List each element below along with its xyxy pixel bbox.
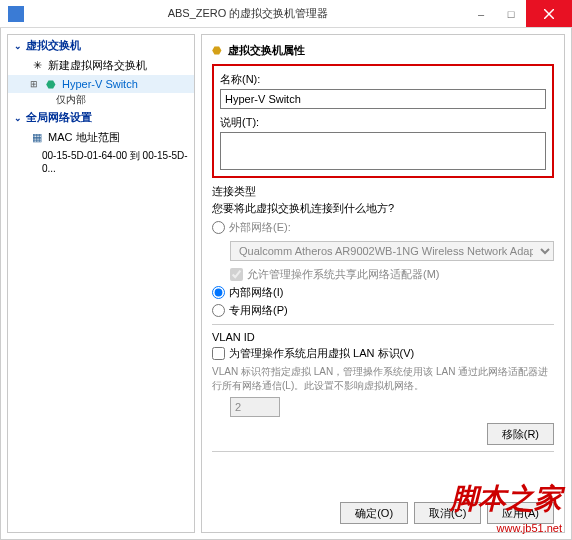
left-panel: ⌄ 虚拟交换机 ✳ 新建虚拟网络交换机 ⊞ ⬣ Hyper-V Switch 仅…	[7, 34, 195, 533]
new-switch-icon: ✳	[30, 59, 44, 73]
vlan-header: VLAN ID	[212, 331, 554, 343]
dialog-buttons: 确定(O) 取消(C) 应用(A)	[340, 502, 554, 524]
apply-button[interactable]: 应用(A)	[487, 502, 554, 524]
radio-private[interactable]: 专用网络(P)	[212, 303, 554, 318]
section-virtual-switches[interactable]: ⌄ 虚拟交换机	[8, 35, 194, 56]
vlan-checkbox-row[interactable]: 为管理操作系统启用虚拟 LAN 标识(V)	[212, 346, 554, 361]
separator	[212, 324, 554, 325]
maximize-button[interactable]: □	[496, 0, 526, 27]
app-icon	[8, 6, 24, 22]
minimize-button[interactable]: –	[466, 0, 496, 27]
connection-type-group: 连接类型 您要将此虚拟交换机连接到什么地方? 外部网络(E): Qualcomm…	[212, 184, 554, 318]
client-area: ⌄ 虚拟交换机 ✳ 新建虚拟网络交换机 ⊞ ⬣ Hyper-V Switch 仅…	[0, 28, 572, 540]
vlan-help: VLAN 标识符指定虚拟 LAN，管理操作系统使用该 LAN 通过此网络适配器进…	[212, 365, 554, 393]
radio-internal[interactable]: 内部网络(I)	[212, 285, 554, 300]
tree-switch-type: 仅内部	[8, 93, 194, 107]
tree-mac-range[interactable]: ▦ MAC 地址范围	[8, 128, 194, 147]
radio-internal-input[interactable]	[212, 286, 225, 299]
properties-header: ⬣ 虚拟交换机属性	[212, 43, 554, 58]
right-panel: ⬣ 虚拟交换机属性 名称(N): 说明(T): 连接类型 您要将此虚拟交换机连接…	[201, 34, 565, 533]
titlebar: ABS_ZERO 的虚拟交换机管理器 – □	[0, 0, 572, 28]
star-icon: ⬣	[212, 44, 222, 57]
separator	[212, 451, 554, 452]
vlan-checkbox[interactable]	[212, 347, 225, 360]
section-global[interactable]: ⌄ 全局网络设置	[8, 107, 194, 128]
collapse-icon: ⌄	[14, 41, 22, 51]
share-adapter-checkbox	[230, 268, 243, 281]
name-label: 名称(N):	[220, 72, 546, 87]
window-buttons: – □	[466, 0, 572, 27]
radio-external[interactable]: 外部网络(E):	[212, 220, 554, 235]
tree-new-switch[interactable]: ✳ 新建虚拟网络交换机	[8, 56, 194, 75]
remove-button[interactable]: 移除(R)	[487, 423, 554, 445]
ok-button[interactable]: 确定(O)	[340, 502, 408, 524]
expand-icon[interactable]: ⊞	[30, 79, 40, 89]
conn-type-label: 连接类型	[212, 184, 554, 199]
cancel-button[interactable]: 取消(C)	[414, 502, 481, 524]
window-title: ABS_ZERO 的虚拟交换机管理器	[30, 6, 466, 21]
tree-mac-value: 00-15-5D-01-64-00 到 00-15-5D-0...	[8, 147, 194, 176]
tree-hyperv-switch[interactable]: ⊞ ⬣ Hyper-V Switch	[8, 75, 194, 93]
desc-label: 说明(T):	[220, 115, 546, 130]
name-input[interactable]	[220, 89, 546, 109]
vlan-group: VLAN ID 为管理操作系统启用虚拟 LAN 标识(V) VLAN 标识符指定…	[212, 331, 554, 417]
desc-input[interactable]	[220, 132, 546, 170]
collapse-icon: ⌄	[14, 113, 22, 123]
share-adapter-checkbox-row: 允许管理操作系统共享此网络适配器(M)	[230, 267, 554, 282]
conn-question: 您要将此虚拟交换机连接到什么地方?	[212, 201, 554, 216]
radio-private-input[interactable]	[212, 304, 225, 317]
remove-row: 移除(R)	[212, 423, 554, 445]
network-icon: ▦	[30, 131, 44, 145]
switch-icon: ⬣	[44, 77, 58, 91]
close-button[interactable]	[526, 0, 572, 27]
vlan-id-input	[230, 397, 280, 417]
highlighted-section: 名称(N): 说明(T):	[212, 64, 554, 178]
radio-external-input[interactable]	[212, 221, 225, 234]
external-adapter-combo: Qualcomm Atheros AR9002WB-1NG Wireless N…	[230, 241, 554, 261]
